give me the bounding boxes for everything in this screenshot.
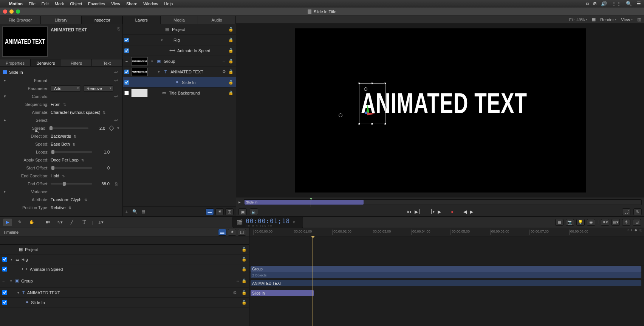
tab-file-browser[interactable]: File Browser — [0, 16, 41, 24]
parameter-add-dropdown[interactable]: Add — [51, 85, 81, 92]
disclosure-icon[interactable]: ▾ — [9, 279, 13, 283]
controls-disclosure[interactable]: ▾ — [3, 94, 7, 99]
animate-value[interactable]: Character (without spaces) — [51, 110, 106, 115]
layer-row-title-background[interactable]: ▭ Title Background 🔒 — [123, 88, 236, 98]
handle-icon[interactable] — [371, 123, 373, 125]
timecode-dropdown-icon[interactable]: ▾ — [293, 220, 295, 225]
collapse-minus-icon[interactable]: − — [124, 59, 129, 64]
fullscreen-button[interactable]: ⛶ — [622, 208, 630, 215]
timecode-display[interactable]: 🎬 00:00:01;18 HR MIN SEC FR ▾ — [232, 216, 303, 228]
layer-row-animate-in-speed[interactable]: ⟷ Animate In Speed 🔒 — [123, 45, 236, 56]
handle-icon[interactable] — [384, 123, 386, 125]
selection-box[interactable] — [359, 83, 385, 124]
layer-visibility-checkbox[interactable] — [124, 70, 129, 74]
marker-icon[interactable]: ◆ — [635, 228, 637, 232]
menu-favorites[interactable]: Favorites — [88, 2, 105, 6]
lock-icon[interactable]: 🔒 — [242, 257, 247, 262]
replicate-button[interactable]: ⊞ — [633, 219, 641, 226]
gear-icon[interactable] — [233, 290, 237, 295]
direction-value[interactable]: Backwards — [51, 134, 77, 138]
spread-keyframe-icon[interactable] — [109, 126, 114, 131]
speed-value[interactable]: Ease Both — [51, 142, 76, 146]
loops-value[interactable]: 1.0 — [94, 150, 110, 154]
rectangle-tool[interactable]: ■▾ — [43, 219, 53, 226]
text-tool[interactable]: T — [80, 219, 89, 226]
snap-icon[interactable]: ⊞ — [639, 228, 642, 232]
disclosure-icon[interactable]: ▾ — [150, 59, 154, 63]
timeline-view-3[interactable]: ◫ — [238, 229, 246, 236]
zoom-to-fit-icon[interactable]: ⟷ — [627, 228, 632, 232]
tl-row-rig[interactable]: ▾ ⚍ Rig 🔒 — [0, 255, 249, 264]
disclosure-icon[interactable]: ▾ — [160, 38, 164, 42]
disclosure-icon[interactable]: ▾ — [157, 70, 161, 74]
layer-visibility-checkbox[interactable] — [124, 38, 129, 42]
parameter-remove-dropdown[interactable]: Remove — [83, 85, 113, 92]
paint-tool[interactable]: ✎ — [15, 219, 24, 226]
record-button[interactable]: ● — [451, 209, 454, 214]
format-disclosure[interactable]: ▸ — [3, 78, 7, 83]
spotlight-icon[interactable]: 🔍 — [626, 1, 632, 7]
tab-layers[interactable]: Layers — [123, 16, 161, 24]
startoffset-value[interactable]: 0 — [94, 166, 110, 170]
variance-disclosure[interactable]: ▸ — [3, 189, 7, 194]
clip-group[interactable]: Group — [251, 266, 641, 272]
mini-timeline-clip[interactable]: Slide In — [245, 200, 364, 205]
timeline-view-1[interactable]: ▬ — [218, 229, 226, 236]
layer-row-rig[interactable]: ▾ ⚍ Rig 🔒 — [123, 35, 236, 45]
display-icon[interactable]: ⎚ — [593, 1, 596, 7]
play-from-start-button[interactable]: ⏐▶ — [430, 209, 435, 214]
timeline-tracks[interactable]: Group 2 Objects ANIMATED TEXT Slide In — [249, 236, 644, 326]
prev-keyframe-button[interactable]: ◀ — [463, 209, 467, 214]
disclosure-icon[interactable]: ▾ — [16, 291, 20, 295]
close-window-button[interactable] — [3, 9, 7, 14]
tl-row-animated-text[interactable]: ▾ T ANIMATED TEXT 🔒 — [0, 288, 249, 298]
menu-object[interactable]: Object — [70, 2, 82, 6]
timeline-view-2[interactable]: ✷ — [228, 229, 236, 236]
endoffset-slider[interactable] — [51, 183, 92, 185]
endoffset-value[interactable]: 38.0 — [94, 182, 110, 186]
handle-icon[interactable] — [384, 82, 386, 84]
fit-dropdown[interactable]: 49% — [576, 17, 587, 22]
layer-row-group[interactable]: − ANIMATED TEXT ▾ ▣ Group ⎓ 🔒 — [123, 56, 236, 67]
audio-mute-button[interactable]: 🔈 — [250, 208, 258, 215]
menu-mark[interactable]: Mark — [55, 2, 64, 6]
loop-button[interactable]: ↻ — [633, 208, 642, 215]
menu-file[interactable]: File — [29, 2, 36, 6]
clip-slide-in[interactable]: Slide In — [251, 290, 314, 296]
behavior-header[interactable]: Slide In ↩ — [3, 68, 119, 76]
color-channels-icon[interactable]: ▦ — [592, 17, 596, 22]
handle-icon[interactable] — [371, 82, 373, 84]
lock-icon[interactable]: 🔒 — [242, 267, 247, 272]
generator-button[interactable]: ◉ — [587, 219, 595, 226]
goto-start-button[interactable]: ⏮ — [407, 209, 412, 214]
handle-icon[interactable] — [358, 123, 360, 125]
render-dropdown[interactable]: Render — [600, 17, 616, 22]
layer-row-project[interactable]: ▤ Project 🔒 — [123, 24, 236, 35]
tl-row-project[interactable]: ▤ Project 🔒 — [0, 245, 249, 255]
tab-audio[interactable]: Audio — [198, 16, 236, 24]
layer-visibility-checkbox[interactable] — [124, 48, 129, 53]
rotate-handle-icon[interactable] — [364, 87, 367, 91]
play-button[interactable]: ▶ — [438, 209, 441, 214]
handle-icon[interactable] — [358, 82, 360, 84]
view-dropdown[interactable]: View — [621, 17, 633, 22]
spread-slider[interactable] — [49, 127, 88, 129]
menu-edit[interactable]: Edit — [42, 2, 49, 6]
endoffset-link-icon[interactable]: ⎘ — [115, 182, 118, 186]
tab-library[interactable]: Library — [41, 16, 82, 24]
tab-inspector[interactable]: Inspector — [82, 16, 122, 24]
in-point-icon[interactable]: ▸ — [238, 200, 241, 205]
subtab-properties[interactable]: Properties — [0, 59, 31, 66]
endcondition-value[interactable]: Hold — [51, 174, 65, 178]
lock-icon[interactable]: 🔒 — [228, 90, 234, 95]
lock-icon[interactable]: 🔒 — [228, 37, 234, 42]
z-axis-dot-icon[interactable] — [365, 112, 367, 114]
format-reset-icon[interactable]: ↩ — [114, 78, 119, 83]
subtab-behaviors[interactable]: Behaviors — [31, 59, 61, 66]
minimize-window-button[interactable] — [9, 9, 14, 14]
menu-app[interactable]: Motion — [9, 2, 23, 6]
behaviors-button[interactable]: ✷▾ — [601, 219, 609, 226]
subtab-filters[interactable]: Filters — [61, 59, 92, 66]
canvas-text[interactable]: ANIMATED TEXT — [361, 86, 527, 120]
pan-tool[interactable]: ✋ — [27, 219, 36, 226]
